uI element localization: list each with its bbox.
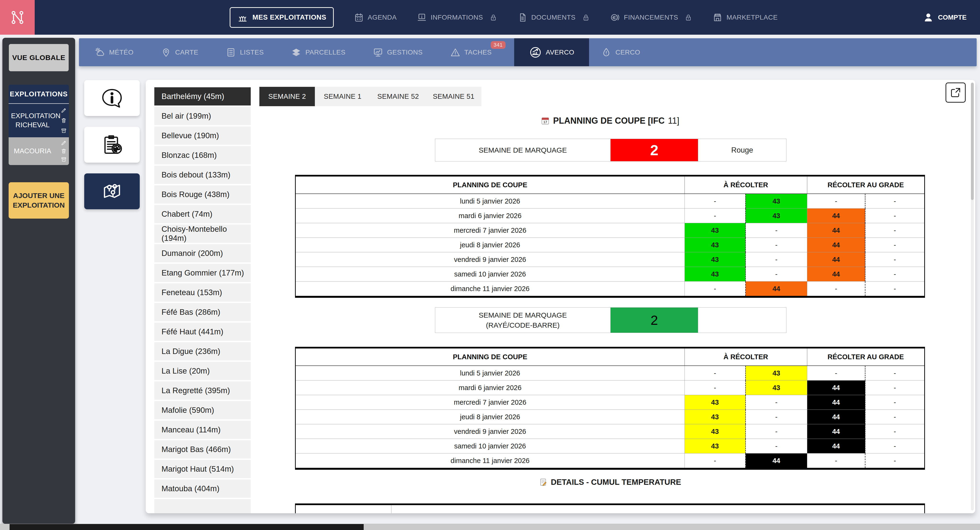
vertical-scrollbar-thumb[interactable] <box>971 83 974 200</box>
archive-icon[interactable] <box>60 156 67 163</box>
table-row: mercredi 7 janvier 202643-44- <box>296 223 924 238</box>
table-row: mardi 6 janvier 2026-4344- <box>296 209 924 223</box>
app-logo[interactable] <box>0 0 35 35</box>
account-label: COMPTE <box>938 14 967 21</box>
exploitations-panel: EXPLOITATIONS EXPLOITATION RICHEVALMACOU… <box>9 85 69 165</box>
parcel-list-item[interactable]: Bois Rouge (438m) <box>154 186 251 203</box>
archive-icon[interactable] <box>60 127 67 134</box>
row-date: jeudi 8 janvier 2026 <box>296 410 684 424</box>
parcel-list-item[interactable]: Marigot Bas (466m) <box>154 440 251 459</box>
parcel-list-item[interactable]: Féfé Haut (441m) <box>154 323 251 341</box>
module-tab-listes[interactable]: LISTES <box>226 38 264 66</box>
navbar-item-informations[interactable]: INFORMATIONS <box>417 13 497 22</box>
add-exploitation-button[interactable]: AJOUTER UNE EXPLOITATION <box>9 182 69 219</box>
details-table-clipped <box>295 503 925 513</box>
navbar-item-documents[interactable]: DOCUMENTS <box>517 13 590 22</box>
tab-semaine-51[interactable]: SEMAINE 51 <box>426 87 481 106</box>
module-tab-label: LISTES <box>240 49 264 56</box>
tab-semaine-2[interactable]: SEMAINE 2 <box>259 87 315 106</box>
details-title: DETAILS - CUMUL TEMPERATURE <box>295 478 925 487</box>
planning-title-text: PLANNING DE COUPE [IFC <box>553 116 665 126</box>
row-date: mardi 6 janvier 2026 <box>296 381 684 395</box>
navbar-item-agenda[interactable]: AGENDA <box>354 13 397 22</box>
trash-icon[interactable] <box>60 148 67 154</box>
table-cell: - <box>865 454 924 468</box>
module-tab-parcelles[interactable]: PARCELLES <box>291 38 345 66</box>
trash-icon[interactable] <box>60 117 67 124</box>
module-tab-averco[interactable]: AVERCO <box>514 38 589 66</box>
parcel-list-item[interactable]: Blonzac (168m) <box>154 146 251 164</box>
parcel-label: Bois debout (133m) <box>162 170 231 179</box>
notification-badge: 341 <box>491 41 506 49</box>
navbar-item-financements[interactable]: FINANCEMENTS <box>610 13 693 22</box>
navbar-item-marketplace[interactable]: MARKETPLACE <box>713 13 778 22</box>
weather-icon <box>95 47 105 58</box>
table-row: jeudi 8 janvier 202643-44- <box>296 238 924 252</box>
tool-button-clipboard-palette[interactable] <box>84 127 140 163</box>
col-header-recolter-au-grade: RÉCOLTER AU GRADE <box>807 176 924 194</box>
parcel-list-item[interactable] <box>154 499 251 513</box>
table-cell: - <box>807 281 865 296</box>
table-cell: - <box>746 267 807 281</box>
parcel-list-item[interactable]: La Regretté (395m) <box>154 381 251 400</box>
exploitation-item[interactable]: MACOURIA <box>9 137 69 165</box>
module-tab-gestions[interactable]: GESTIONS <box>373 38 423 66</box>
marking-week-value-2: 2 <box>610 308 698 333</box>
parcel-list-item[interactable]: Marigot Haut (514m) <box>154 460 251 478</box>
pencil-icon[interactable] <box>60 107 67 114</box>
parcel-list-item[interactable]: Bellevue (190m) <box>154 127 251 145</box>
table-row: lundi 5 janvier 2026-43-- <box>296 194 924 209</box>
table-cell: - <box>865 267 924 281</box>
table-cell: 43 <box>684 410 746 424</box>
table-cell: - <box>865 194 924 209</box>
table-row: vendredi 9 janvier 202643-44- <box>296 252 924 267</box>
tab-semaine-1[interactable]: SEMAINE 1 <box>315 87 371 106</box>
parcel-list-item[interactable]: Choisy-Montebello (194m) <box>154 225 251 243</box>
table-cell: - <box>865 410 924 424</box>
table-cell: 43 <box>684 252 746 267</box>
parcel-list-item[interactable]: Mafolie (590m) <box>154 401 251 419</box>
module-tab-taches[interactable]: TACHES341 <box>450 38 492 66</box>
parcel-list-item[interactable]: Bois debout (133m) <box>154 166 251 184</box>
horizontal-scrollbar-thumb[interactable] <box>10 524 364 530</box>
parcel-label: Blonzac (168m) <box>162 151 217 160</box>
module-tab-cerco[interactable]: CERCO <box>601 38 640 66</box>
parcel-list-item[interactable]: Bel air (199m) <box>154 107 251 125</box>
account-button[interactable]: COMPTE <box>923 0 967 35</box>
nav-mes-exploitations-label: MES EXPLOITATIONS <box>252 13 326 21</box>
parcel-list-item[interactable]: Chabert (74m) <box>154 205 251 223</box>
tool-button-info-bubble[interactable] <box>84 80 140 116</box>
exploitation-name: MACOURIA <box>14 147 51 156</box>
tab-semaine-52[interactable]: SEMAINE 52 <box>371 87 426 106</box>
table-row: lundi 5 janvier 2026-43-- <box>296 366 924 381</box>
parcel-list-item[interactable]: La Lise (20m) <box>154 362 251 380</box>
module-tab-carte[interactable]: CARTE <box>161 38 198 66</box>
parcel-list-item[interactable]: Barthelémy (45m) <box>154 87 251 105</box>
exploitation-actions <box>60 105 67 136</box>
table-cell: - <box>684 281 746 296</box>
parcel-list-item[interactable]: Dumanoir (200m) <box>154 244 251 262</box>
table-cell: - <box>746 424 807 439</box>
planning-table-2: PLANNING DE COUPEÀ RÉCOLTERRÉCOLTER AU G… <box>295 347 925 470</box>
module-tab-mto[interactable]: MÉTÉO <box>95 38 134 66</box>
parcel-list-item[interactable]: Matouba (404m) <box>154 479 251 498</box>
parcel-list-item[interactable]: La Digue (236m) <box>154 342 251 360</box>
parcel-label: Marigot Bas (466m) <box>162 445 231 454</box>
parcel-label: Manceau (114m) <box>162 425 221 434</box>
marking-week-band-red: SEMAINE DE MARQUAGE 2 Rouge <box>435 139 786 162</box>
vue-globale-button[interactable]: VUE GLOBALE <box>9 44 68 71</box>
expand-button[interactable] <box>945 83 966 103</box>
parcel-list-item[interactable]: Feneteau (153m) <box>154 283 251 301</box>
exploitation-item[interactable]: EXPLOITATION RICHEVAL <box>9 104 69 137</box>
pencil-icon[interactable] <box>60 140 67 146</box>
parcel-label: Marigot Haut (514m) <box>162 465 234 474</box>
parcel-list-item[interactable]: Manceau (114m) <box>154 421 251 439</box>
layers-icon <box>291 47 301 58</box>
nav-mes-exploitations-button[interactable]: MES EXPLOITATIONS <box>230 7 334 28</box>
navbar-item-label: MARKETPLACE <box>726 14 778 21</box>
coins-icon <box>610 13 620 22</box>
tool-button-map-pins[interactable] <box>84 173 140 209</box>
table-cell: 44 <box>807 252 865 267</box>
parcel-list-item[interactable]: Féfé Bas (286m) <box>154 303 251 321</box>
parcel-list-item[interactable]: Etang Gommier (177m) <box>154 264 251 282</box>
